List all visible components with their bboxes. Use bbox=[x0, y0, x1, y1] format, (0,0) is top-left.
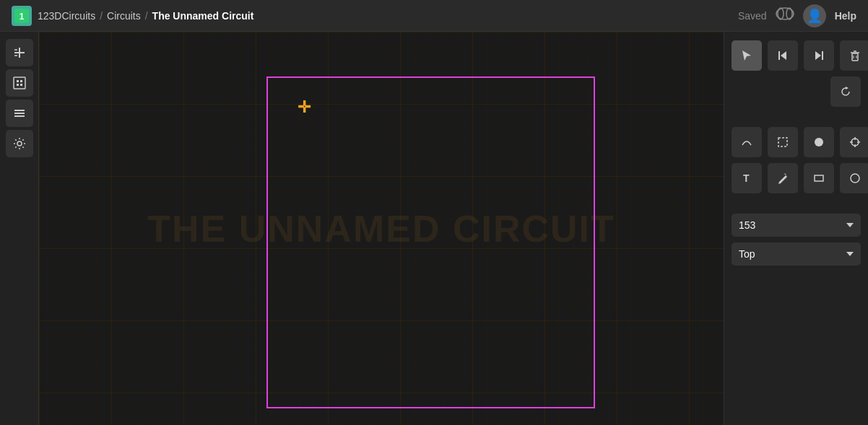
list-button[interactable] bbox=[6, 100, 33, 127]
toolbar-gap-2 bbox=[732, 199, 861, 208]
main-layout: ✛ THE UNNAMED CIRCUIT bbox=[0, 32, 868, 425]
wire-tool-button[interactable] bbox=[732, 127, 762, 157]
layer-dropdown[interactable]: Top Bottom bbox=[732, 242, 861, 266]
canvas-area[interactable]: ✛ THE UNNAMED CIRCUIT bbox=[39, 32, 724, 425]
svg-point-28 bbox=[815, 138, 823, 146]
svg-rect-22 bbox=[852, 53, 858, 61]
svg-point-3 bbox=[778, 8, 784, 19]
breadcrumb-circuits[interactable]: Circuits bbox=[107, 10, 141, 22]
layer-dropdown-wrapper: Top Bottom bbox=[732, 242, 861, 266]
crosshair-cursor: ✛ bbox=[298, 100, 311, 115]
saved-status: Saved bbox=[738, 10, 767, 22]
comment-icon[interactable] bbox=[776, 6, 794, 25]
zoom-dropdown[interactable]: 50 75 100 125 153 175 200 bbox=[732, 214, 861, 237]
svg-rect-27 bbox=[778, 138, 787, 146]
crosshair-target-button[interactable] bbox=[840, 127, 868, 157]
header: 1 123DCircuits / Circuits / The Unnamed … bbox=[0, 0, 868, 32]
help-button[interactable]: Help bbox=[835, 10, 856, 22]
svg-rect-11 bbox=[20, 80, 22, 82]
svg-text:T: T bbox=[743, 172, 750, 184]
circuit-board-button[interactable] bbox=[6, 69, 33, 97]
toolbar-row-1 bbox=[732, 40, 861, 71]
last-frame-button[interactable] bbox=[804, 40, 834, 71]
rotate-button[interactable] bbox=[830, 76, 861, 107]
breadcrumb-sep1: / bbox=[100, 10, 103, 22]
circuit-board-outline bbox=[266, 76, 595, 408]
select-tool-button[interactable] bbox=[732, 40, 762, 71]
app-logo[interactable]: 1 bbox=[12, 6, 32, 26]
first-frame-button[interactable] bbox=[768, 40, 798, 71]
toolbar-gap bbox=[732, 113, 861, 121]
breadcrumb-sep2: / bbox=[145, 10, 148, 22]
toolbar-row-3: T bbox=[732, 163, 861, 193]
left-sidebar bbox=[0, 32, 39, 425]
svg-rect-9 bbox=[14, 77, 25, 89]
svg-rect-12 bbox=[17, 84, 19, 86]
header-right: Saved 👤 Help bbox=[738, 4, 856, 27]
svg-point-36 bbox=[851, 174, 859, 183]
text-tool-button[interactable]: T bbox=[732, 163, 762, 193]
settings-button[interactable] bbox=[6, 130, 33, 157]
toolbar-row-2 bbox=[732, 127, 861, 157]
breadcrumb-circuit-name: The Unnamed Circuit bbox=[152, 10, 254, 22]
svg-point-17 bbox=[17, 141, 22, 146]
area-select-button[interactable] bbox=[768, 127, 798, 157]
delete-button[interactable] bbox=[840, 40, 868, 71]
user-avatar[interactable]: 👤 bbox=[803, 4, 826, 27]
right-toolbar: T 50 bbox=[724, 32, 868, 425]
svg-rect-13 bbox=[20, 84, 22, 86]
header-left: 1 123DCircuits / Circuits / The Unnamed … bbox=[12, 6, 253, 26]
zoom-dropdown-wrapper: 50 75 100 125 153 175 200 bbox=[732, 214, 861, 237]
breadcrumb: 123DCircuits / Circuits / The Unnamed Ci… bbox=[38, 10, 253, 22]
circle-outline-button[interactable] bbox=[840, 163, 868, 193]
breadcrumb-app[interactable]: 123DCircuits bbox=[38, 10, 95, 22]
svg-rect-10 bbox=[17, 80, 19, 82]
svg-rect-35 bbox=[815, 175, 823, 181]
svg-text:1: 1 bbox=[19, 12, 25, 22]
toolbar-row-1b bbox=[732, 76, 861, 107]
rectangle-tool-button[interactable] bbox=[804, 163, 834, 193]
circle-filled-button[interactable] bbox=[804, 127, 834, 157]
add-component-button[interactable] bbox=[6, 39, 33, 66]
svg-point-4 bbox=[786, 8, 792, 19]
pen-tool-button[interactable] bbox=[768, 163, 798, 193]
